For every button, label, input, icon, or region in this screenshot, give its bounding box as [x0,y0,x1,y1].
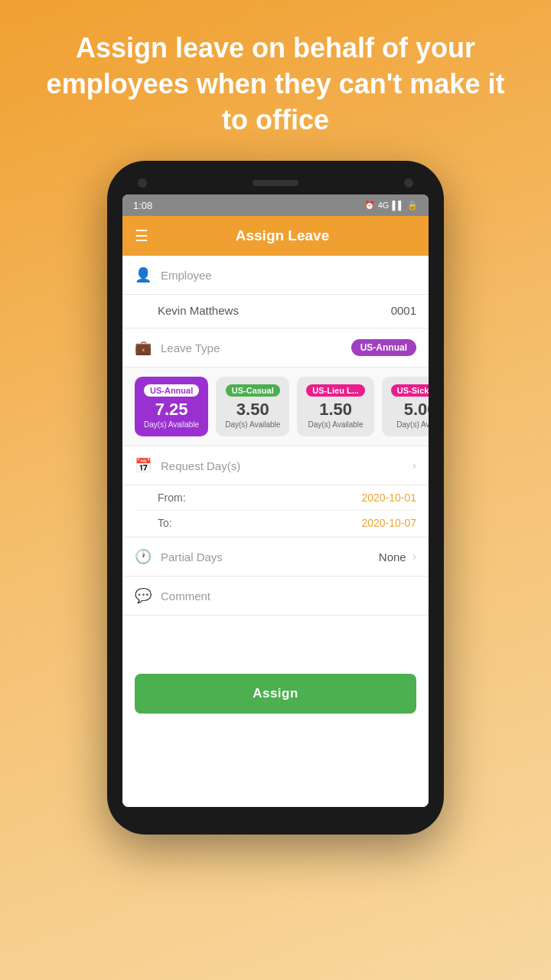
to-label: To: [158,517,172,529]
employee-section-row[interactable]: 👤 Employee [122,256,429,295]
leave-type-row[interactable]: 💼 Leave Type US-Annual [122,328,429,368]
hamburger-menu-icon[interactable]: ☰ [135,227,148,245]
phone-device: 1:08 ⏰ 4G ▌▌ 🔒 ☰ Assign Leave 👤 Employee… [107,161,444,835]
employee-code: 0001 [391,304,416,317]
partial-days-row[interactable]: 🕐 Partial Days None › [122,537,429,577]
employee-label: Employee [161,269,416,282]
sick-sublabel: Day(s) Avail... [396,420,429,429]
clock-icon: 🕐 [135,548,152,565]
lieu-sublabel: Day(s) Available [308,420,364,429]
casual-sublabel: Day(s) Available [225,420,280,429]
network-icon: 4G [378,201,390,210]
leave-card-casual[interactable]: US-Casual 3.50 Day(s) Available [216,377,289,436]
comment-row: 💬 Comment [122,577,429,616]
employee-name: Kevin Matthews [158,304,239,317]
app-title: Assign Leave [148,227,416,244]
comment-icon: 💬 [135,587,152,604]
comment-text-area[interactable] [122,616,429,662]
briefcase-icon: 💼 [135,339,152,356]
status-time: 1:08 [133,200,152,211]
from-label: From: [158,492,186,504]
leave-type-label: Leave Type [161,341,351,354]
front-camera [138,178,147,188]
phone-sensor [404,178,413,188]
annual-value: 7.25 [155,401,188,418]
lieu-badge: US-Lieu L... [306,384,365,397]
chevron-right-icon: › [412,459,416,472]
signal-icon: ▌▌ [392,201,404,210]
leave-cards-container: US-Annual 7.25 Day(s) Available US-Casua… [122,368,429,446]
alarm-icon: ⏰ [364,201,375,211]
headline-text: Assign leave on behalf of your employees… [0,0,551,161]
calendar-icon: 📅 [135,457,152,474]
casual-value: 3.50 [236,401,269,418]
phone-notch [115,172,436,194]
person-icon: 👤 [135,266,152,283]
assign-button[interactable]: Assign [135,674,416,714]
partial-days-label: Partial Days [161,550,379,564]
employee-info-row[interactable]: Kevin Matthews 0001 [122,295,429,328]
phone-speaker [253,180,298,186]
leave-card-annual[interactable]: US-Annual 7.25 Day(s) Available [135,377,208,436]
leave-card-sick[interactable]: US-Sick L... 5.00 Day(s) Avail... [382,377,429,436]
leave-card-lieu[interactable]: US-Lieu L... 1.50 Day(s) Available [297,377,374,436]
casual-badge: US-Casual [226,384,280,397]
request-days-label: Request Day(s) [161,459,412,472]
to-date-row: To: 2020-10-07 [122,511,429,535]
app-bar: ☰ Assign Leave [122,216,429,256]
phone-screen: 1:08 ⏰ 4G ▌▌ 🔒 ☰ Assign Leave 👤 Employee… [122,194,429,807]
from-date-row: From: 2020-10-01 [122,485,429,510]
partial-chevron-icon: › [412,550,416,564]
partial-days-value: None [379,550,406,564]
lieu-value: 1.50 [319,401,352,418]
from-value: 2020-10-01 [361,492,416,504]
annual-badge: US-Annual [144,384,199,397]
content-area: 👤 Employee Kevin Matthews 0001 💼 Leave T… [122,256,429,807]
status-icons: ⏰ 4G ▌▌ 🔒 [364,201,418,211]
comment-label: Comment [161,590,416,603]
request-days-row[interactable]: 📅 Request Day(s) › [122,446,429,485]
to-value: 2020-10-07 [361,517,416,529]
annual-sublabel: Day(s) Available [144,420,199,429]
leave-type-badge[interactable]: US-Annual [351,339,416,356]
sick-value: 5.00 [404,401,429,418]
lock-icon: 🔒 [407,201,418,211]
sick-badge: US-Sick L... [391,384,429,397]
assign-button-container: Assign [122,662,429,726]
status-bar: 1:08 ⏰ 4G ▌▌ 🔒 [122,194,429,216]
